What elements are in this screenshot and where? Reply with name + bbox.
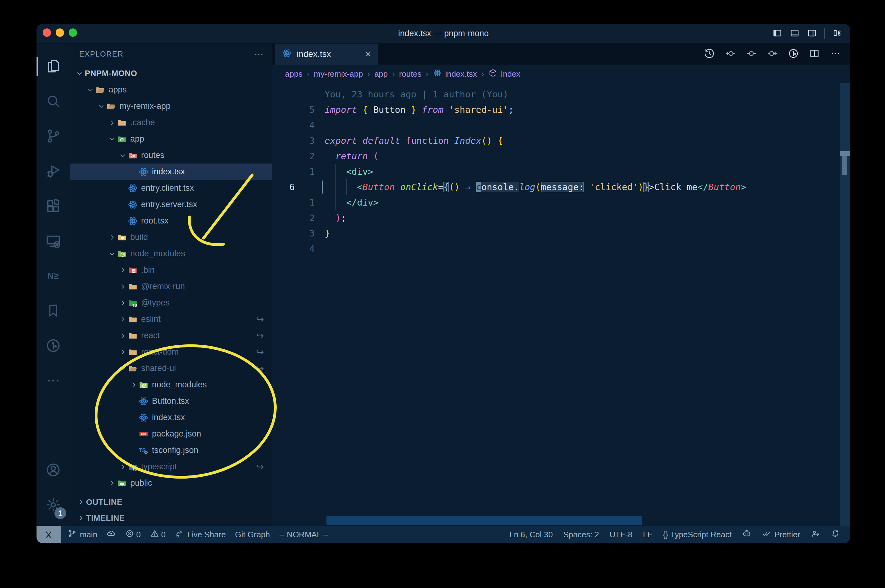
- breadcrumb-item-app[interactable]: app: [375, 69, 388, 79]
- status-cursor-position[interactable]: Ln 6, Col 30: [509, 530, 553, 540]
- tree-item-button-tsx[interactable]: Button.tsx: [70, 393, 272, 409]
- chevron-right-icon[interactable]: [107, 234, 117, 241]
- chevron-right-icon[interactable]: [118, 300, 128, 306]
- chevron-down-icon[interactable]: [118, 365, 128, 372]
- tree-root-item[interactable]: PNPM-MONO: [70, 65, 272, 82]
- chevron-down-icon[interactable]: [107, 136, 117, 142]
- breadcrumb-item-my-remix-app[interactable]: my-remix-app: [314, 69, 363, 79]
- tree-item-eslint[interactable]: eslint↪: [70, 311, 272, 327]
- tree-item-node-modules[interactable]: JSnode_modules: [70, 376, 272, 393]
- activity-item-source-control[interactable]: [36, 119, 70, 154]
- status-git-branch[interactable]: main: [68, 529, 97, 540]
- tree-item-entry-client-tsx[interactable]: entry.client.tsx: [70, 180, 272, 196]
- title-bar[interactable]: index.tsx — pnpm-mono: [36, 24, 850, 44]
- breadcrumb-item-index-tsx[interactable]: index.tsx: [433, 68, 477, 80]
- tree-item-tsconfig-json[interactable]: TStsconfig.json: [70, 442, 272, 459]
- tree-item-build[interactable]: build: [70, 229, 272, 246]
- activity-item-remote-explorer[interactable]: [36, 224, 70, 259]
- chevron-down-icon[interactable]: [118, 152, 128, 159]
- activity-item-settings[interactable]: 1: [36, 488, 70, 523]
- chevron-right-icon[interactable]: [118, 332, 128, 339]
- layout-customize-icon[interactable]: [832, 28, 842, 39]
- chevron-down-icon[interactable]: [86, 87, 95, 93]
- activity-item-search[interactable]: [36, 84, 70, 119]
- chevron-right-icon[interactable]: [118, 349, 128, 356]
- tree-item-typescript[interactable]: TStypescript↪: [70, 459, 272, 475]
- tree-item-my-remix-app[interactable]: my-remix-app: [70, 98, 272, 114]
- status-encoding[interactable]: UTF-8: [610, 530, 632, 540]
- sidebar-section-timeline[interactable]: TIMELINE: [70, 510, 272, 526]
- tree-item-root-tsx[interactable]: root.tsx: [70, 213, 272, 229]
- breadcrumb-item-routes[interactable]: routes: [399, 69, 421, 79]
- layout-sidebar-left-icon[interactable]: [772, 28, 782, 39]
- close-tab-icon[interactable]: ×: [365, 48, 371, 60]
- layout-panel-icon[interactable]: [790, 28, 799, 39]
- chevron-down-icon[interactable]: [107, 250, 117, 257]
- tree-item-index-tsx[interactable]: index.tsx: [70, 164, 272, 180]
- chevron-right-icon[interactable]: [118, 267, 128, 274]
- remote-indicator[interactable]: [36, 526, 61, 543]
- status-indentation[interactable]: Spaces: 2: [563, 530, 599, 540]
- code-line[interactable]: 2 );: [272, 210, 850, 226]
- tree-item-react[interactable]: react↪: [70, 327, 272, 344]
- more-actions-icon[interactable]: [830, 48, 841, 60]
- tree-item-node-modules[interactable]: JSnode_modules: [70, 246, 272, 262]
- activity-item-extensions[interactable]: [36, 189, 70, 224]
- status-git-graph[interactable]: Git Graph: [235, 530, 270, 540]
- status-notifications[interactable]: [831, 529, 840, 540]
- status-errors[interactable]: 0: [125, 529, 140, 540]
- chevron-right-icon[interactable]: [118, 283, 128, 290]
- tree-item--cache[interactable]: .cache: [70, 114, 272, 131]
- status-publish[interactable]: [107, 529, 116, 540]
- code-line[interactable]: 3}: [272, 226, 850, 241]
- chevron-right-icon[interactable]: [129, 381, 138, 388]
- breadcrumb-item-apps[interactable]: apps: [285, 69, 303, 79]
- tree-item-app[interactable]: app: [70, 131, 272, 147]
- activity-item-explorer[interactable]: [36, 49, 70, 84]
- code-line[interactable]: 1 </div>: [272, 195, 850, 210]
- activity-item-more-views[interactable]: [36, 363, 70, 399]
- activity-item-account[interactable]: [36, 453, 70, 488]
- status-vim-mode[interactable]: -- NORMAL --: [279, 530, 328, 540]
- activity-item-nx-console[interactable]: N≥: [36, 259, 70, 294]
- tree-item-index-tsx[interactable]: index.tsx: [70, 409, 272, 426]
- status-warnings[interactable]: 0: [150, 529, 166, 540]
- tree-item-apps[interactable]: apps: [70, 82, 272, 98]
- code-line[interactable]: 2 return (: [272, 148, 850, 164]
- layout-sidebar-right-icon[interactable]: [807, 28, 817, 39]
- tree-item--remix-run[interactable]: @remix-run: [70, 278, 272, 295]
- chevron-right-icon[interactable]: [118, 464, 128, 470]
- status-eol[interactable]: LF: [643, 530, 652, 540]
- tree-item-entry-server-tsx[interactable]: entry.server.tsx: [70, 196, 272, 213]
- breadcrumb-item-index[interactable]: Index: [488, 68, 521, 80]
- sidebar-section-outline[interactable]: OUTLINE: [70, 494, 272, 510]
- current-change-icon[interactable]: [746, 48, 757, 60]
- code-line[interactable]: 4: [272, 241, 850, 256]
- code-editor[interactable]: You, 23 hours ago | 1 author (You)5impor…: [272, 83, 850, 526]
- tree-item-package-json[interactable]: npmpackage.json: [70, 426, 272, 442]
- activity-item-bookmarks[interactable]: [36, 294, 70, 328]
- prev-change-icon[interactable]: [725, 48, 736, 60]
- code-line[interactable]: 4: [272, 117, 850, 133]
- history-icon[interactable]: [704, 48, 715, 60]
- tree-item--types[interactable]: TS@types: [70, 295, 272, 311]
- code-line[interactable]: 1 <div>: [272, 164, 850, 179]
- explorer-more-actions-icon[interactable]: ⋯: [254, 49, 265, 60]
- tree-item-routes[interactable]: routes: [70, 147, 272, 164]
- activity-item-gitlens[interactable]: [36, 328, 70, 363]
- status-live-share[interactable]: Live Share: [175, 529, 226, 540]
- split-editor-icon[interactable]: [809, 48, 820, 60]
- code-line[interactable]: 3export default function Index() {: [272, 133, 850, 148]
- chevron-right-icon[interactable]: [107, 480, 117, 487]
- activity-item-run-debug[interactable]: [36, 154, 70, 189]
- tree-item--bin[interactable]: 01.bin: [70, 262, 272, 278]
- chevron-down-icon[interactable]: [96, 103, 106, 110]
- code-line[interactable]: 5import { Button } from 'shared-ui';: [272, 102, 850, 117]
- tree-item-public[interactable]: public: [70, 475, 272, 491]
- tree-item-react-dom[interactable]: react-dom↪: [70, 344, 272, 360]
- status-prettier[interactable]: Prettier: [762, 529, 800, 540]
- chevron-right-icon[interactable]: [118, 316, 128, 323]
- status-language-mode[interactable]: {} TypeScript React: [663, 530, 731, 540]
- horizontal-scrollbar[interactable]: [327, 516, 642, 525]
- status-copilot[interactable]: [742, 529, 751, 540]
